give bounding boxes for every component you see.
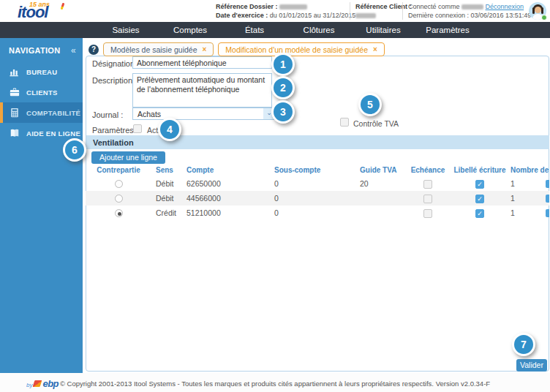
sidebar-item-label: COMPTABILITÉ xyxy=(26,109,80,117)
sidebar-item-label: BUREAU xyxy=(26,68,57,76)
row-action-truncated[interactable] xyxy=(546,209,549,217)
compte-value: 51210000 xyxy=(182,206,270,220)
sous-compte-value: 0 xyxy=(270,191,355,206)
menu-saisies[interactable]: Saisies xyxy=(94,26,158,34)
book-icon xyxy=(10,128,20,138)
support-avatar[interactable] xyxy=(529,2,546,20)
sens-value: Débit xyxy=(151,191,182,206)
close-icon[interactable]: × xyxy=(373,45,377,53)
app-window: 15 ans itool Référence Dossier : Date d'… xyxy=(0,0,550,392)
journal-select[interactable]: Achats ⌄ xyxy=(132,108,276,120)
top-header: 15 ans itool Référence Dossier : Date d'… xyxy=(0,0,550,22)
client-reference-redacted-value xyxy=(355,13,376,18)
echeance-checkbox[interactable] xyxy=(423,180,432,189)
callout-4: 4 xyxy=(158,118,181,141)
tab-label: Modification d'un modèle de saisie guidé… xyxy=(225,45,368,54)
description-textarea[interactable]: Prélèvement automatique du montant de l'… xyxy=(132,73,272,108)
col-nombre-de-ligne: Nombre de ligne xyxy=(506,164,549,176)
compte-value: 44566000 xyxy=(182,191,270,206)
exercice-date-label: Date d'exercice : xyxy=(216,12,268,19)
client-info: Référence Client : xyxy=(355,2,412,20)
sens-value: Débit xyxy=(151,176,182,191)
tab-modeles-saisie-guidee[interactable]: Modèles de saisie guidée × xyxy=(103,42,214,56)
last-login-label: Dernière connexion : xyxy=(408,12,469,19)
tab-modification-modele[interactable]: Modification d'un modèle de saisie guidé… xyxy=(218,42,384,56)
libelle-ecriture-checkbox[interactable]: ✓ xyxy=(475,209,484,218)
callout-2: 2 xyxy=(271,76,295,99)
ventilation-title: Ventilation xyxy=(93,138,134,147)
echeance-checkbox[interactable] xyxy=(423,209,432,218)
col-sens: Sens xyxy=(151,164,182,176)
client-reference-label: Référence Client : xyxy=(355,3,412,10)
navigation-sidebar: NAVIGATION « BUREAU CLIENTS COMPTABILITÉ… xyxy=(0,38,83,373)
sidebar-item-bureau[interactable]: BUREAU xyxy=(0,61,83,82)
menu-comptes[interactable]: Comptes xyxy=(158,26,222,34)
journal-selected-value: Achats xyxy=(133,108,275,120)
designation-input[interactable] xyxy=(132,56,272,69)
help-icon[interactable]: ? xyxy=(88,45,99,55)
actif-checkbox[interactable] xyxy=(133,124,142,133)
table-row: Débit 62650000 0 20 ✓ 1 xyxy=(86,176,549,191)
callout-7: 7 xyxy=(512,333,535,356)
guide-tva-value xyxy=(355,206,402,220)
logo-text: itool xyxy=(18,3,48,22)
menu-utilitaires[interactable]: Utilitaires xyxy=(351,26,415,34)
close-icon[interactable]: × xyxy=(203,45,207,53)
callout-6: 6 xyxy=(63,138,86,162)
nombre-ligne-value: 1 xyxy=(506,191,549,206)
tab-label: Modèles de saisie guidée xyxy=(110,45,197,54)
logo-accent-mark xyxy=(61,3,65,10)
row-action-truncated[interactable] xyxy=(546,180,549,188)
briefcase-icon xyxy=(10,87,20,97)
libelle-ecriture-checkbox[interactable]: ✓ xyxy=(475,180,484,189)
dossier-info: Référence Dossier : Date d'exercice : du… xyxy=(216,2,355,20)
sous-compte-value: 0 xyxy=(270,176,355,191)
copyright-text: © Copyright 2001-2013 Itool Systems - To… xyxy=(0,380,550,388)
contrepartie-radio[interactable] xyxy=(115,180,123,188)
chart-icon xyxy=(10,67,20,77)
contrepartie-radio[interactable] xyxy=(115,209,123,217)
contrepartie-radio[interactable] xyxy=(115,195,123,203)
valider-button[interactable]: Valider xyxy=(516,359,547,372)
sidebar-item-comptabilite[interactable]: COMPTABILITÉ xyxy=(0,102,83,123)
exercice-date-value: du 01/01/2015 au 31/12/2015 xyxy=(270,12,356,19)
ventilation-table: Contrepartie Sens Compte Sous-compte Gui… xyxy=(86,164,549,220)
description-label: Description : xyxy=(92,76,137,85)
callout-1: 1 xyxy=(271,53,295,76)
nombre-ligne-value: 1 xyxy=(506,206,549,220)
menu-clotures[interactable]: Clôtures xyxy=(287,26,351,34)
session-info: Connecté comme Déconnexion Dernière conn… xyxy=(408,2,531,20)
main-menubar: Saisies Comptes États Clôtures Utilitair… xyxy=(0,22,550,38)
echeance-checkbox[interactable] xyxy=(423,195,432,203)
table-row: Crédit 51210000 0 ✓ 1 xyxy=(86,206,549,220)
connected-as-label: Connecté comme xyxy=(408,3,460,10)
controle-tva-label: Contrôle TVA xyxy=(353,119,399,128)
sidebar-collapse-icon[interactable]: « xyxy=(71,45,76,56)
libelle-ecriture-checkbox[interactable]: ✓ xyxy=(475,195,484,203)
menu-etats[interactable]: États xyxy=(222,26,287,34)
add-line-button[interactable]: Ajouter une ligne xyxy=(91,151,165,164)
calculator-icon xyxy=(10,108,20,118)
col-libelle-ecriture: Libellé écriture xyxy=(453,164,506,176)
col-sous-compte: Sous-compte xyxy=(270,164,355,176)
table-row: Débit 44566000 0 ✓ 1 xyxy=(86,191,549,206)
controle-tva-checkbox[interactable] xyxy=(340,118,349,127)
sens-value: Crédit xyxy=(151,206,182,220)
guide-tva-value: 20 xyxy=(355,176,402,191)
sidebar-item-clients[interactable]: CLIENTS xyxy=(0,82,83,102)
ventilation-section-header: Ventilation xyxy=(86,135,549,149)
page-footer: by ebp © Copyright 2001-2013 Itool Syste… xyxy=(0,373,550,392)
guide-tva-value xyxy=(355,191,402,206)
row-action-truncated[interactable] xyxy=(546,195,549,203)
logout-link[interactable]: Déconnexion xyxy=(486,3,524,10)
sidebar-item-label: AIDE EN LIGNE xyxy=(26,129,80,137)
col-echeance: Echéance xyxy=(402,164,453,176)
itool-logo[interactable]: 15 ans itool xyxy=(18,0,73,22)
menu-parametres[interactable]: Paramètres xyxy=(415,26,480,34)
compte-value: 62650000 xyxy=(182,176,270,191)
nombre-ligne-value: 1 xyxy=(506,176,549,191)
callout-3: 3 xyxy=(271,100,295,124)
sidebar-item-label: CLIENTS xyxy=(26,88,58,97)
username-redacted-value xyxy=(462,4,483,10)
sidebar-title: NAVIGATION xyxy=(9,46,60,55)
